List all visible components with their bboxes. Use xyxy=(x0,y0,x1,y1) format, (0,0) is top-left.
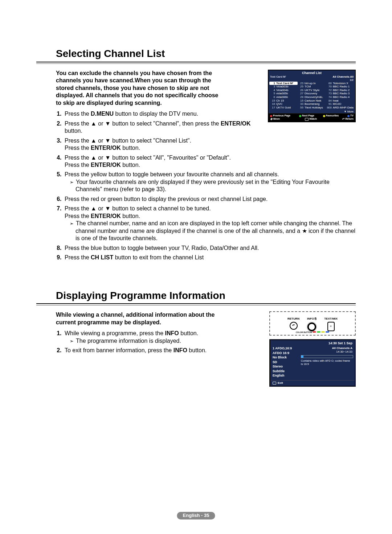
step-9: Press the CH LIST button to exit from th… xyxy=(63,254,356,261)
return-icon: ↶ xyxy=(290,322,298,330)
osd-title: Channel List xyxy=(269,70,355,75)
channel-row: 72BBC Radio 2 xyxy=(326,89,354,92)
osd-page: 1/2 xyxy=(350,78,354,82)
channel-row: 23bid-up.tv xyxy=(298,82,326,85)
info-figure: RETURN ↶ INFO ⎘ TEXT/MIX ≡ COLOR BUTTON … xyxy=(269,311,356,387)
step-5-note: Your favourite channels are only display… xyxy=(70,178,356,193)
step-4: Press the ▲ or ▼ button to select "All",… xyxy=(63,154,356,169)
info-left-line: Stereo xyxy=(273,365,298,369)
osd-subleft: Test Card M' xyxy=(270,75,286,78)
channel-row: 91MOJO xyxy=(326,102,354,106)
info-time: 14:30 Set 1 Sep xyxy=(270,340,355,347)
channel-row: 17UKTV Gold xyxy=(269,106,298,110)
channel-row: 26UKTV Style xyxy=(298,89,326,92)
channel-row: 27Discovery xyxy=(298,92,326,95)
progress-bar xyxy=(301,355,353,358)
nav-icon xyxy=(307,322,317,332)
channel-row: 6vida006b xyxy=(269,95,298,99)
info-left-line: Subtitle xyxy=(273,369,298,374)
remote-textmix-label: TEXT/MIX xyxy=(324,317,338,321)
section-title-2: Displaying Programme Information xyxy=(56,289,356,302)
textmix-icon: ≡ xyxy=(327,322,335,331)
info-left-line: SD xyxy=(273,360,298,365)
section1-intro: You can exclude the channels you have ch… xyxy=(56,70,219,107)
info-right-time: 14:30~14:33 xyxy=(301,350,352,354)
remote-return-label: RETURN xyxy=(287,317,299,321)
remote-diagram: RETURN ↶ INFO ⎘ TEXT/MIX ≡ COLOR BUTTON xyxy=(269,311,356,335)
step-3: Press the ▲ or ▼ button to select "Chann… xyxy=(63,137,356,152)
channel-row: 16QVC xyxy=(269,102,298,106)
channel-row: 33Boomerang xyxy=(298,102,326,106)
channel-row: 74BBC Radio 4 xyxy=(326,95,354,99)
step-5: Press the yellow button to toggle betwee… xyxy=(63,171,356,193)
osd-subright: All Channels-All xyxy=(332,75,354,78)
channel-row: 3Vida003b xyxy=(269,85,298,89)
channel-row: 15Ch 15 xyxy=(269,99,298,103)
info-left-line: 1 AFDO,16:9 xyxy=(273,346,298,351)
channel-row: 28DiscoveryH&L xyxy=(298,95,326,99)
osd-legend: Previous Page Next Page Favourites TV ✥M… xyxy=(269,113,355,122)
osd-more: ▼ More xyxy=(269,110,355,113)
channel-row: 15Cartoon Nwk xyxy=(298,99,326,103)
step-7: Press the ▲ or ▼ button to select a chan… xyxy=(63,205,356,242)
channel-row: 60Television X xyxy=(326,82,354,85)
rule-2 xyxy=(36,303,356,305)
channel-row: 70BBC Radio 1 xyxy=(326,85,354,89)
step-6: Press the red or green button to display… xyxy=(63,196,356,203)
page-footer: English - 35 xyxy=(177,512,215,519)
step-7-note: The channel number, name and an icon are… xyxy=(70,220,356,242)
info-exit: Exit xyxy=(270,380,355,386)
channel-row: 84heat xyxy=(326,99,354,103)
color-buttons-label: COLOR BUTTON xyxy=(296,331,329,334)
channel-row: 25TCM xyxy=(298,85,326,89)
channel-row: 1Test Card M' xyxy=(269,82,298,85)
section1-steps: Press the D.MENU button to display the D… xyxy=(56,110,356,261)
channel-row: 800ARD-MHP-Data xyxy=(326,106,354,110)
section2-intro: While viewing a channel, additional info… xyxy=(56,311,219,326)
channel-row: 73BBC Radio 3 xyxy=(326,92,354,95)
info-left-line: English xyxy=(273,374,298,378)
programme-info-osd: 14:30 Set 1 Sep 1 AFDO,16:9AFDO 16:9No B… xyxy=(269,339,356,387)
osd-columns: 1Test Card M'3Vida003b4Vida004b5vida005b… xyxy=(269,82,355,110)
channel-row: 55Ttext Holidays xyxy=(298,106,326,110)
info-left-line: No Block xyxy=(273,356,298,360)
channel-row: 5vida005b xyxy=(269,92,298,95)
info-right-title: All Channels A xyxy=(301,346,352,350)
info-left-line: AFDO 16:9 xyxy=(273,351,298,356)
remote-info-label: INFO xyxy=(307,317,314,320)
rule xyxy=(36,62,356,64)
section-title-1: Selecting Channel List xyxy=(56,47,356,60)
channel-row: 4Vida004b xyxy=(269,89,298,92)
channel-list-osd: Channel List Test Card M' All Channels-A… xyxy=(268,70,356,123)
step-8: Press the blue button to toggle between … xyxy=(63,245,356,252)
info-desc: Contains video with AFD O; coded frame i… xyxy=(301,359,352,366)
